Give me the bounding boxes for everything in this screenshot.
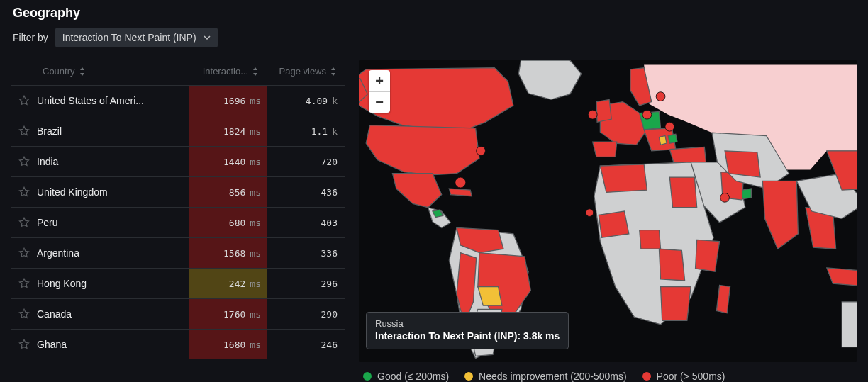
star-icon[interactable] — [11, 247, 37, 259]
views-cell: 290 — [267, 309, 345, 320]
table-header: Country Interactio... Page views — [11, 60, 345, 85]
country-name: Argentina — [37, 247, 189, 259]
col-views-label: Page views — [279, 66, 326, 77]
svg-point-6 — [720, 193, 730, 202]
country-name: United States of Ameri... — [37, 95, 189, 106]
map-panel: + − Russia Interaction To Next Paint (IN… — [359, 60, 857, 382]
star-icon[interactable] — [11, 155, 37, 168]
metric-cell: 1440ms — [189, 147, 267, 176]
svg-point-2 — [588, 110, 597, 119]
tooltip-metric: Interaction To Next Paint (INP): 3.8k ms — [375, 330, 560, 342]
legend-good[interactable]: Good (≤ 200ms) — [363, 371, 449, 382]
filter-row: Filter by Interaction To Next Paint (INP… — [13, 28, 857, 47]
metric-cell: 1680ms — [189, 330, 267, 359]
country-name: India — [37, 156, 189, 167]
metric-cell: 1824ms — [189, 116, 267, 146]
country-name: Canada — [37, 308, 189, 320]
views-cell: 296 — [267, 279, 345, 289]
table-row[interactable]: Ghana1680ms246 — [11, 329, 345, 359]
sort-icon — [252, 67, 260, 76]
svg-point-4 — [656, 92, 665, 101]
map-tooltip: Russia Interaction To Next Paint (INP): … — [366, 312, 569, 349]
svg-point-7 — [586, 209, 594, 217]
svg-point-1 — [477, 146, 486, 155]
map[interactable]: + − Russia Interaction To Next Paint (IN… — [359, 60, 857, 362]
map-legend: Good (≤ 200ms) Needs improvement (200-50… — [359, 362, 857, 382]
legend-poor[interactable]: Poor (> 500ms) — [642, 371, 725, 382]
views-cell: 4.09k — [267, 96, 345, 106]
star-icon[interactable] — [11, 186, 37, 198]
star-icon[interactable] — [11, 277, 37, 290]
col-metric[interactable]: Interactio... — [189, 66, 267, 77]
views-cell: 1.1k — [267, 126, 345, 137]
table-row[interactable]: Hong Kong242ms296 — [11, 268, 345, 298]
views-cell: 336 — [267, 248, 345, 259]
legend-warn-label: Needs improvement (200-500ms) — [479, 371, 627, 382]
svg-point-5 — [665, 122, 674, 131]
star-icon[interactable] — [11, 308, 37, 320]
country-table: Country Interactio... Page views — [11, 60, 345, 382]
metric-cell: 680ms — [189, 208, 267, 237]
metric-cell: 1696ms — [189, 86, 267, 116]
country-name: Ghana — [37, 339, 189, 350]
table-row[interactable]: Brazil1824ms1.1k — [11, 116, 345, 146]
star-icon[interactable] — [11, 216, 37, 229]
sort-icon — [330, 67, 338, 76]
table-row[interactable]: United Kingdom856ms436 — [11, 176, 345, 207]
section-title: Geography — [13, 6, 857, 21]
svg-point-0 — [455, 177, 466, 188]
svg-point-3 — [642, 110, 652, 119]
swatch-poor-icon — [642, 372, 651, 381]
table-row[interactable]: United States of Ameri...1696ms4.09k — [11, 85, 345, 116]
legend-good-label: Good (≤ 200ms) — [377, 371, 449, 382]
views-cell: 720 — [267, 157, 345, 167]
legend-poor-label: Poor (> 500ms) — [657, 371, 725, 382]
metric-cell: 242ms — [189, 269, 267, 298]
star-icon[interactable] — [11, 125, 37, 137]
country-name: United Kingdom — [37, 186, 189, 198]
metric-cell: 1760ms — [189, 299, 267, 329]
col-metric-label: Interactio... — [203, 66, 248, 77]
col-country[interactable]: Country — [37, 66, 189, 77]
star-icon[interactable] — [11, 338, 37, 351]
tooltip-country: Russia — [375, 318, 560, 329]
views-cell: 403 — [267, 218, 345, 228]
col-country-label: Country — [43, 66, 75, 77]
zoom-out-button[interactable]: − — [369, 91, 390, 113]
legend-warn[interactable]: Needs improvement (200-500ms) — [464, 371, 627, 382]
views-cell: 436 — [267, 187, 345, 198]
sort-icon — [79, 67, 87, 76]
country-name: Hong Kong — [37, 278, 189, 289]
filter-metric-selected: Interaction To Next Paint (INP) — [62, 32, 196, 43]
table-row[interactable]: Canada1760ms290 — [11, 298, 345, 329]
map-zoom-controls: + − — [369, 70, 390, 113]
views-cell: 246 — [267, 339, 345, 350]
table-row[interactable]: Argentina1568ms336 — [11, 237, 345, 268]
filter-label: Filter by — [13, 32, 48, 43]
col-views[interactable]: Page views — [267, 66, 345, 77]
chevron-down-icon — [204, 34, 211, 41]
swatch-good-icon — [363, 372, 372, 381]
table-row[interactable]: India1440ms720 — [11, 146, 345, 176]
zoom-in-button[interactable]: + — [369, 70, 390, 91]
filter-metric-select[interactable]: Interaction To Next Paint (INP) — [55, 28, 218, 47]
table-row[interactable]: Peru680ms403 — [11, 207, 345, 237]
metric-cell: 856ms — [189, 177, 267, 207]
metric-cell: 1568ms — [189, 238, 267, 268]
country-name: Peru — [37, 217, 189, 228]
star-icon[interactable] — [11, 94, 37, 107]
country-name: Brazil — [37, 125, 189, 137]
swatch-warn-icon — [464, 372, 473, 381]
